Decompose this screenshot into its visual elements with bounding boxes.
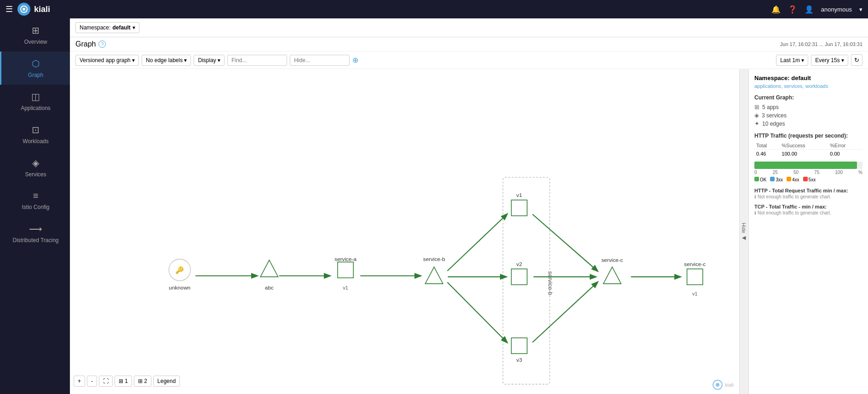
bar-labels: 0 25 50 75 100 % bbox=[754, 170, 862, 175]
legend-3xx: 3xx bbox=[770, 177, 783, 182]
applications-icon: ◫ bbox=[31, 91, 40, 102]
overview-icon: ⊞ bbox=[32, 25, 40, 36]
graph-help-icon[interactable]: ? bbox=[98, 41, 106, 48]
services-icon: ◈ bbox=[32, 157, 39, 168]
hamburger-icon[interactable]: ☰ bbox=[6, 4, 13, 14]
bar-label-0: 0 bbox=[754, 170, 757, 175]
rp-link-workloads[interactable]: workloads bbox=[805, 83, 828, 89]
services-stat-icon: ◈ bbox=[754, 112, 759, 119]
node-service-c-v1[interactable] bbox=[687, 269, 703, 284]
display-button[interactable]: Display ▾ bbox=[194, 55, 224, 66]
sidebar-item-graph[interactable]: ⬡ Graph bbox=[0, 52, 70, 85]
label-service-b: service-b bbox=[423, 256, 445, 262]
collapse1-button[interactable]: ⊞ 1 bbox=[115, 376, 132, 387]
rp-link-services[interactable]: services bbox=[784, 83, 802, 89]
node-abc[interactable] bbox=[260, 260, 278, 277]
sidebar-item-distributed-tracing[interactable]: ⟶ Distributed Tracing bbox=[0, 217, 70, 250]
bar-label-100: 100 bbox=[835, 170, 843, 175]
sidebar: ⊞ Overview ⬡ Graph ◫ Applications ⊡ Work… bbox=[0, 18, 70, 394]
sidebar-label-workloads: Workloads bbox=[23, 138, 48, 145]
graph-type-button[interactable]: Versioned app graph ▾ bbox=[75, 55, 139, 66]
sidebar-item-applications[interactable]: ◫ Applications bbox=[0, 85, 70, 118]
hide-tab[interactable]: Hide ◀ bbox=[740, 69, 749, 394]
sidebar-label-services: Services bbox=[25, 171, 46, 178]
find-input[interactable] bbox=[227, 55, 287, 66]
bar-fill bbox=[754, 162, 857, 169]
node-v1-top[interactable] bbox=[512, 200, 527, 216]
help-icon[interactable]: ❓ bbox=[788, 5, 797, 14]
http-error-value: 0.00 bbox=[828, 150, 862, 158]
http-total-value: 0.46 bbox=[754, 150, 780, 158]
rp-stat-edges: ✦ 10 edges bbox=[754, 120, 862, 127]
workloads-icon: ⊡ bbox=[32, 124, 40, 135]
search-icon[interactable]: ⊕ bbox=[352, 56, 358, 64]
legend-button[interactable]: Legend bbox=[153, 376, 180, 387]
edges-icon: ✦ bbox=[754, 120, 759, 127]
label-v3: v3 bbox=[517, 357, 523, 363]
node-v3[interactable] bbox=[512, 338, 527, 353]
collapse2-button[interactable]: ⊞ 2 bbox=[134, 376, 151, 387]
http-traffic-table: Total %Success %Error 0.46 100.00 0.00 bbox=[754, 142, 862, 158]
username[interactable]: anonymous bbox=[821, 6, 852, 13]
main-layout: ⊞ Overview ⬡ Graph ◫ Applications ⊡ Work… bbox=[0, 18, 868, 394]
edge-service-b-v1 bbox=[448, 214, 507, 271]
node-service-a[interactable] bbox=[338, 262, 353, 278]
node-service-b[interactable] bbox=[425, 267, 443, 284]
bell-icon[interactable]: 🔔 bbox=[771, 5, 781, 14]
apps-icon: ⊞ bbox=[754, 104, 759, 110]
controls-right: Last 1m ▾ Every 15s ▾ ↻ bbox=[776, 54, 862, 66]
svg-rect-12 bbox=[687, 269, 703, 284]
bar-legend: OK 3xx 4xx 5xx bbox=[754, 177, 862, 182]
legend-5xx: 5xx bbox=[803, 177, 816, 182]
interval-button[interactable]: Every 15s ▾ bbox=[811, 55, 848, 66]
edge-labels-button[interactable]: No edge labels ▾ bbox=[142, 55, 191, 66]
namespace-selector[interactable]: Namespace: default ▾ bbox=[75, 22, 139, 33]
right-panel-content: Namespace: default applications, service… bbox=[749, 69, 868, 394]
refresh-button[interactable]: ↻ bbox=[851, 54, 862, 66]
right-panel: Hide ◀ Namespace: default applications, … bbox=[739, 69, 868, 394]
rp-link-applications[interactable]: applications bbox=[754, 83, 781, 89]
zoom-out-button[interactable]: - bbox=[87, 376, 97, 387]
edge-v3-service-c bbox=[533, 282, 598, 342]
sidebar-item-services[interactable]: ◈ Services bbox=[0, 151, 70, 184]
graph-area: service-b bbox=[70, 69, 868, 394]
tcp-info-text: Not enough traffic to generate chart. bbox=[758, 210, 831, 215]
sidebar-item-overview[interactable]: ⊞ Overview bbox=[0, 18, 70, 52]
graph-bottom-controls: + - ⛶ ⊞ 1 ⊞ 2 Legend bbox=[74, 376, 180, 387]
zoom-in-button[interactable]: + bbox=[74, 376, 85, 387]
bar-label-25: 25 bbox=[773, 170, 778, 175]
graph-canvas[interactable]: service-b bbox=[70, 69, 739, 394]
graph-heading: Graph ? Jun 17, 16:02:31 ... Jun 17, 16:… bbox=[70, 37, 868, 52]
node-v2[interactable] bbox=[512, 269, 527, 284]
sidebar-label-graph: Graph bbox=[28, 72, 43, 78]
http-total-section: HTTP - Total Request Traffic min / max: … bbox=[754, 188, 862, 199]
svg-marker-5 bbox=[260, 260, 278, 277]
node-service-c[interactable] bbox=[604, 267, 621, 284]
legend-ok: OK bbox=[754, 177, 766, 182]
http-success-value: 100.00 bbox=[780, 150, 828, 158]
label-v2: v2 bbox=[517, 261, 522, 267]
sublabel-service-a: v1 bbox=[343, 285, 348, 290]
label-service-c-v1-title: service-c bbox=[684, 261, 706, 267]
sidebar-item-istio-config[interactable]: ≡ Istio Config bbox=[0, 184, 70, 217]
http-table-row: 0.46 100.00 0.00 bbox=[754, 150, 862, 158]
user-dropdown-icon[interactable]: ▾ bbox=[859, 6, 862, 13]
node-unknown[interactable]: 🔑 bbox=[169, 259, 190, 281]
fit-button[interactable]: ⛶ bbox=[99, 376, 113, 387]
namespace-dropdown-icon: ▾ bbox=[132, 24, 135, 31]
edge-service-b-v3 bbox=[448, 282, 507, 342]
http-col-total: Total bbox=[754, 142, 780, 150]
graph-heading-left: Graph ? bbox=[75, 40, 106, 48]
time-range-button[interactable]: Last 1m ▾ bbox=[776, 55, 808, 66]
label-v1-top: v1 bbox=[517, 192, 522, 198]
svg-text:🔑: 🔑 bbox=[175, 266, 184, 274]
graph-svg: service-b bbox=[70, 69, 739, 394]
graph-icon: ⬡ bbox=[32, 58, 40, 69]
http-col-error: %Error bbox=[828, 142, 862, 150]
sidebar-item-workloads[interactable]: ⊡ Workloads bbox=[0, 118, 70, 151]
sidebar-label-applications: Applications bbox=[21, 105, 51, 111]
tcp-section: TCP - Total Traffic - min / max: ℹ Not e… bbox=[754, 204, 862, 215]
svg-rect-10 bbox=[512, 338, 527, 353]
sublabel-service-c-v1: v1 bbox=[692, 291, 697, 296]
hide-input[interactable] bbox=[290, 55, 350, 66]
